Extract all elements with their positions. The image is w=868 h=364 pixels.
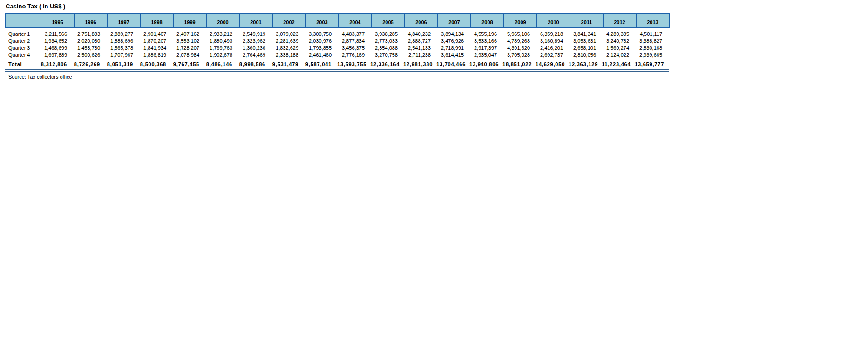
total-cell: 13,593,755 — [337, 61, 370, 68]
data-cell: 2,933,212 — [205, 31, 238, 38]
header-year-cell: 2000 — [206, 14, 239, 27]
header-year-cell: 2002 — [272, 14, 305, 27]
header-blank-cell — [6, 14, 41, 27]
table-row: Quarter 31,468,6991,453,7301,565,3781,84… — [5, 45, 670, 52]
header-year-cell: 2012 — [603, 14, 636, 27]
data-cell: 6,359,218 — [536, 31, 569, 38]
data-cell: 2,338,188 — [271, 52, 304, 59]
table-row: Quarter 41,697,8892,500,6261,707,9671,88… — [5, 52, 670, 59]
data-cell: 2,751,883 — [73, 31, 106, 38]
data-cell: 2,020,030 — [73, 38, 106, 45]
data-cell: 5,965,106 — [502, 31, 536, 38]
data-cell: 2,830,168 — [635, 45, 668, 52]
table-row: Quarter 13,211,5662,751,8832,889,2772,90… — [5, 31, 670, 38]
total-double-rule — [5, 69, 669, 72]
total-cell: 12,981,330 — [403, 61, 436, 68]
header-year-cell: 1999 — [173, 14, 206, 27]
data-cell: 1,886,819 — [139, 52, 172, 59]
data-cell: 3,705,028 — [502, 52, 536, 59]
data-cell: 3,388,827 — [635, 38, 668, 45]
data-cell: 3,533,166 — [469, 38, 502, 45]
total-label: Total — [5, 61, 40, 68]
data-cell: 4,555,196 — [469, 31, 502, 38]
data-cell: 1,880,493 — [205, 38, 238, 45]
data-cell: 2,718,991 — [436, 45, 469, 52]
header-year-cell: 2003 — [305, 14, 338, 27]
total-cell: 9,767,455 — [172, 61, 205, 68]
header-year-cell: 1995 — [41, 14, 74, 27]
total-cell: 12,336,164 — [370, 61, 403, 68]
total-cell: 12,363,129 — [569, 61, 602, 68]
data-cell: 1,888,696 — [106, 38, 139, 45]
data-cell: 1,902,678 — [205, 52, 238, 59]
header-year-cell: 2006 — [404, 14, 437, 27]
data-cell: 2,658,101 — [569, 45, 602, 52]
data-cell: 1,832,629 — [271, 45, 304, 52]
header-year-cell: 2009 — [503, 14, 536, 27]
data-cell: 2,917,397 — [469, 45, 502, 52]
total-cell: 8,726,269 — [73, 61, 106, 68]
total-cell: 14,629,050 — [536, 61, 569, 68]
data-cell: 4,289,385 — [602, 31, 635, 38]
total-cell: 9,531,479 — [271, 61, 304, 68]
data-cell: 2,541,133 — [403, 45, 436, 52]
data-cell: 3,211,566 — [40, 31, 73, 38]
data-cell: 1,769,763 — [205, 45, 238, 52]
total-cell: 13,940,806 — [469, 61, 502, 68]
header-year-cell: 1996 — [74, 14, 107, 27]
data-cell: 2,692,737 — [536, 52, 569, 59]
data-cell: 3,476,926 — [436, 38, 469, 45]
data-cell: 2,124,022 — [602, 52, 635, 59]
data-cell: 2,407,162 — [172, 31, 205, 38]
data-cell: 3,160,894 — [536, 38, 569, 45]
data-cell: 2,888,727 — [403, 38, 436, 45]
header-year-cell: 2013 — [636, 14, 669, 27]
row-label: Quarter 1 — [5, 31, 40, 38]
data-cell: 1,870,207 — [139, 38, 172, 45]
data-cell: 2,323,962 — [238, 38, 271, 45]
total-cell: 13,659,777 — [635, 61, 668, 68]
data-cell: 1,697,889 — [40, 52, 73, 59]
data-cell: 1,569,274 — [602, 45, 635, 52]
total-cell: 9,587,041 — [304, 61, 337, 68]
data-cell: 1,841,934 — [139, 45, 172, 52]
data-cell: 2,030,976 — [304, 38, 337, 45]
data-cell: 2,935,047 — [469, 52, 502, 59]
total-cell: 8,312,806 — [40, 61, 73, 68]
header-year-cell: 2004 — [338, 14, 371, 27]
total-cell: 8,051,319 — [106, 61, 139, 68]
header-year-cell: 2010 — [536, 14, 570, 27]
data-cell: 2,500,626 — [73, 52, 106, 59]
data-cell: 1,793,855 — [304, 45, 337, 52]
data-cell: 2,711,238 — [403, 52, 436, 59]
data-cell: 4,840,232 — [403, 31, 436, 38]
data-cell: 3,841,341 — [569, 31, 602, 38]
total-row: Total8,312,8068,726,2698,051,3198,500,36… — [5, 61, 670, 68]
data-cell: 2,877,834 — [337, 38, 370, 45]
data-cell: 2,810,056 — [569, 52, 602, 59]
data-cell: 2,354,088 — [370, 45, 403, 52]
data-cell: 2,939,665 — [635, 52, 668, 59]
header-year-cell: 2005 — [371, 14, 404, 27]
data-cell: 3,938,285 — [370, 31, 403, 38]
header-year-cell: 2011 — [570, 14, 603, 27]
total-cell: 8,998,586 — [238, 61, 271, 68]
header-year-cell: 2007 — [437, 14, 470, 27]
data-cell: 1,934,652 — [40, 38, 73, 45]
data-cell: 2,773,033 — [370, 38, 403, 45]
data-cell: 4,789,268 — [502, 38, 536, 45]
header-year-cell: 2001 — [239, 14, 272, 27]
data-cell: 3,553,102 — [172, 38, 205, 45]
table-row: Quarter 21,934,6522,020,0301,888,6961,87… — [5, 38, 670, 45]
data-cell: 3,456,375 — [337, 45, 370, 52]
data-cell: 1,453,730 — [73, 45, 106, 52]
data-cell: 3,894,134 — [436, 31, 469, 38]
data-cell: 2,889,277 — [106, 31, 139, 38]
data-cell: 4,391,620 — [502, 45, 536, 52]
total-cell: 13,704,466 — [436, 61, 469, 68]
data-cell: 3,079,023 — [271, 31, 304, 38]
data-cell: 2,901,407 — [139, 31, 172, 38]
header-year-cell: 1997 — [107, 14, 140, 27]
data-cell: 2,416,201 — [536, 45, 569, 52]
total-cell: 18,851,022 — [502, 61, 536, 68]
